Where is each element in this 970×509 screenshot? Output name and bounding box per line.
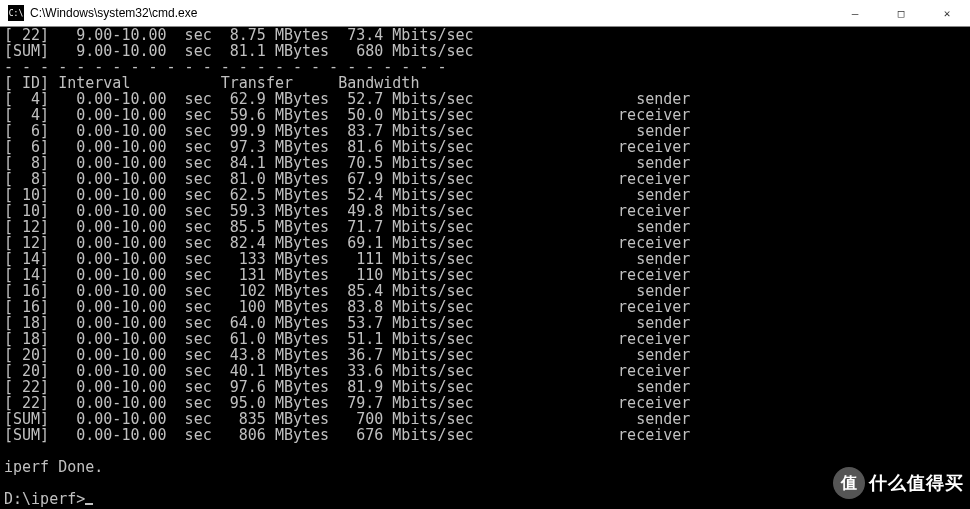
cursor-icon xyxy=(85,503,93,505)
watermark: 值 什么值得买 xyxy=(833,467,964,499)
window-titlebar: C:\ C:\Windows\system32\cmd.exe — □ ✕ xyxy=(0,0,970,27)
command-prompt[interactable]: D:\iperf> xyxy=(4,490,85,508)
minimize-button[interactable]: — xyxy=(832,0,878,26)
window-title: C:\Windows\system32\cmd.exe xyxy=(30,6,832,20)
cmd-icon: C:\ xyxy=(8,5,24,21)
watermark-badge-icon: 值 xyxy=(833,467,865,499)
window-controls: — □ ✕ xyxy=(832,0,970,26)
terminal-output[interactable]: [ 22] 9.00-10.00 sec 8.75 MBytes 73.4 Mb… xyxy=(0,27,970,509)
watermark-text: 什么值得买 xyxy=(869,471,964,495)
maximize-button[interactable]: □ xyxy=(878,0,924,26)
close-button[interactable]: ✕ xyxy=(924,0,970,26)
